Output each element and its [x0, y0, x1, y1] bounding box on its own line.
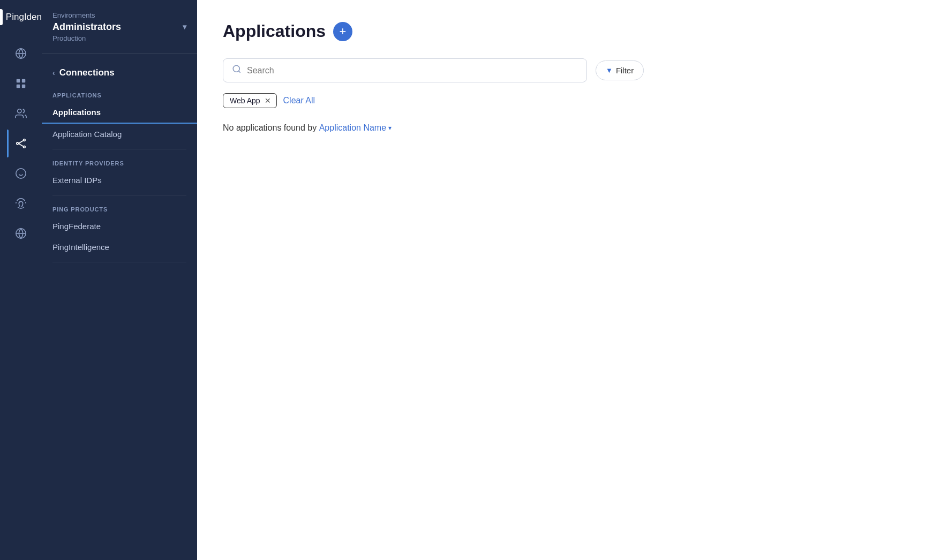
- svg-rect-2: [17, 79, 20, 82]
- section-header-idp: IDENTITY PROVIDERS: [42, 154, 197, 170]
- search-icon: [232, 64, 242, 77]
- section-header-ping-products: PING PRODUCTS: [42, 200, 197, 216]
- filter-button[interactable]: ▼ Filter: [596, 60, 644, 80]
- add-application-button[interactable]: +: [333, 22, 352, 41]
- search-filter-row: ▼ Filter: [223, 58, 907, 82]
- svg-rect-5: [22, 85, 25, 88]
- dropdown-arrow-icon: ▾: [388, 124, 392, 132]
- search-input[interactable]: [247, 66, 578, 75]
- no-results-text: No applications found by: [223, 123, 317, 132]
- secondary-sidebar: Environments Administrators ▾ Production…: [42, 0, 197, 560]
- connections-back[interactable]: ‹ Connections: [42, 62, 197, 86]
- tags-row: Web App ✕ Clear All: [223, 93, 907, 108]
- sidebar-item-applications[interactable]: Applications: [42, 102, 197, 124]
- env-chevron-icon[interactable]: ▾: [183, 22, 186, 31]
- connections-label: Connections: [59, 67, 115, 78]
- dashboard-icon[interactable]: [7, 70, 35, 97]
- connections-icon[interactable]: [7, 130, 35, 157]
- svg-line-11: [18, 143, 23, 147]
- nav-icon-list: [0, 34, 42, 247]
- svg-point-13: [16, 169, 26, 178]
- svg-rect-4: [17, 85, 20, 88]
- env-name: Administrators ▾: [52, 21, 186, 33]
- no-results-message: No applications found by Application Nam…: [223, 123, 907, 133]
- divider-1: [52, 149, 186, 149]
- sidebar-item-pingintelligence[interactable]: PingIntelligence: [42, 237, 197, 258]
- svg-point-8: [24, 139, 26, 141]
- tag-remove-button[interactable]: ✕: [265, 97, 271, 104]
- globe-icon[interactable]: [7, 40, 35, 67]
- svg-point-6: [18, 109, 21, 113]
- sidebar-item-application-catalog[interactable]: Application Catalog: [42, 124, 197, 145]
- env-label: Environments: [52, 11, 186, 19]
- env-sub: Production: [52, 34, 186, 42]
- page-header: Applications +: [223, 21, 907, 41]
- page-title: Applications: [223, 21, 326, 41]
- divider-2: [52, 195, 186, 195]
- application-name-dropdown[interactable]: Application Name ▾: [319, 123, 392, 133]
- app-name-link-text: Application Name: [319, 123, 386, 133]
- globe2-icon[interactable]: [7, 220, 35, 247]
- users-icon[interactable]: [7, 100, 35, 127]
- search-box: [223, 58, 587, 82]
- sidebar-item-external-idps[interactable]: External IDPs: [42, 170, 197, 191]
- divider-3: [52, 262, 186, 262]
- section-header-applications: APPLICATIONS: [42, 86, 197, 102]
- logo-box: [0, 9, 3, 25]
- svg-rect-3: [22, 79, 25, 82]
- logo-bold: Ping: [6, 12, 24, 22]
- face-icon[interactable]: [7, 160, 35, 187]
- filter-icon: ▼: [606, 66, 613, 74]
- svg-point-9: [24, 146, 26, 148]
- svg-point-7: [17, 142, 19, 145]
- sidebar-item-pingfederate[interactable]: PingFederate: [42, 216, 197, 237]
- svg-point-18: [233, 65, 239, 72]
- svg-line-10: [18, 141, 23, 144]
- clear-all-button[interactable]: Clear All: [283, 96, 315, 105]
- logo-area: PingIdentity.: [0, 0, 42, 34]
- sidebar-nav: ‹ Connections APPLICATIONS Applications …: [42, 54, 197, 560]
- filter-tag-label: Web App: [230, 96, 260, 105]
- fingerprint-icon[interactable]: [7, 190, 35, 217]
- svg-line-19: [238, 71, 240, 72]
- env-header: Environments Administrators ▾ Production: [42, 0, 197, 54]
- back-arrow-icon: ‹: [52, 69, 55, 77]
- filter-label: Filter: [616, 66, 634, 75]
- main-content: Applications + ▼ Filter Web App ✕ Clear …: [197, 0, 933, 560]
- filter-tag-webapp: Web App ✕: [223, 93, 277, 108]
